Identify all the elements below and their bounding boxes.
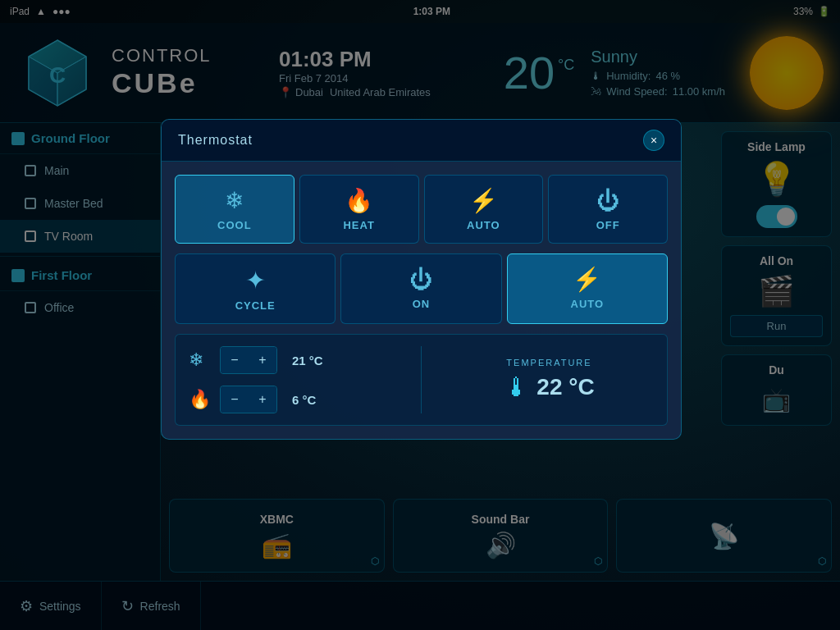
- heat-increase-button[interactable]: +: [249, 386, 276, 413]
- cycle-label: CYCLE: [235, 299, 276, 312]
- heat-stepper: − +: [220, 386, 277, 413]
- mode-row: ❄ COOL 🔥 HEAT ⚡ AUTO ⏻ OFF: [175, 175, 668, 244]
- cool-icon: ❄: [225, 187, 244, 214]
- temp-display-label: TEMPERATURE: [506, 358, 591, 368]
- cool-stepper: − +: [220, 346, 277, 374]
- thermometer-icon: 🌡: [504, 372, 530, 403]
- fan-on-icon: ⏻: [409, 266, 432, 293]
- cool-setpoint-row: ❄ − + 21 °C: [189, 346, 398, 374]
- cool-label: COOL: [217, 219, 252, 231]
- temp-section: ❄ − + 21 °C 🔥 − + 6 °C: [175, 334, 668, 426]
- heat-label: HEAT: [343, 219, 374, 231]
- off-icon: ⏻: [596, 187, 619, 214]
- fan-auto-icon: ⚡: [573, 266, 601, 293]
- fan-cycle-button[interactable]: ✦ CYCLE: [175, 253, 336, 324]
- cool-setpoint-icon: ❄: [189, 349, 212, 371]
- modal-close-button[interactable]: ×: [643, 130, 664, 151]
- heat-setpoint-icon: 🔥: [189, 389, 212, 410]
- heat-icon: 🔥: [345, 187, 373, 214]
- cool-setpoint-value: 21 °C: [292, 354, 337, 368]
- thermostat-modal: Thermostat × ❄ COOL 🔥 HEAT ⚡ AUTO ⏻ OFF: [161, 119, 682, 440]
- temp-display: TEMPERATURE 🌡 22 °C: [445, 346, 654, 413]
- off-label: OFF: [596, 219, 620, 231]
- cool-increase-button[interactable]: +: [249, 347, 276, 373]
- heat-setpoint-row: 🔥 − + 6 °C: [189, 386, 398, 413]
- heat-decrease-button[interactable]: −: [221, 386, 249, 413]
- mode-off-button[interactable]: ⏻ OFF: [548, 175, 668, 244]
- mode-auto-button[interactable]: ⚡ AUTO: [424, 175, 544, 244]
- mode-cool-button[interactable]: ❄ COOL: [175, 175, 294, 244]
- auto-icon: ⚡: [469, 187, 498, 214]
- modal-body: ❄ COOL 🔥 HEAT ⚡ AUTO ⏻ OFF ✦ CYCLE: [162, 162, 681, 439]
- fan-auto-button[interactable]: ⚡ AUTO: [507, 253, 668, 324]
- cool-decrease-button[interactable]: −: [221, 347, 249, 373]
- fan-auto-label: AUTO: [571, 298, 605, 310]
- fan-row: ✦ CYCLE ⏻ ON ⚡ AUTO: [175, 253, 668, 324]
- temp-controls: ❄ − + 21 °C 🔥 − + 6 °C: [189, 346, 398, 413]
- heat-setpoint-value: 6 °C: [292, 393, 337, 407]
- temp-divider: [421, 346, 422, 413]
- mode-heat-button[interactable]: 🔥 HEAT: [299, 175, 419, 244]
- modal-header: Thermostat ×: [162, 120, 681, 162]
- modal-title: Thermostat: [178, 133, 253, 148]
- cycle-icon: ✦: [245, 266, 266, 294]
- current-temp-value: 22 °C: [536, 374, 594, 400]
- fan-on-button[interactable]: ⏻ ON: [340, 253, 501, 324]
- fan-on-label: ON: [413, 298, 431, 310]
- auto-label: AUTO: [467, 219, 500, 231]
